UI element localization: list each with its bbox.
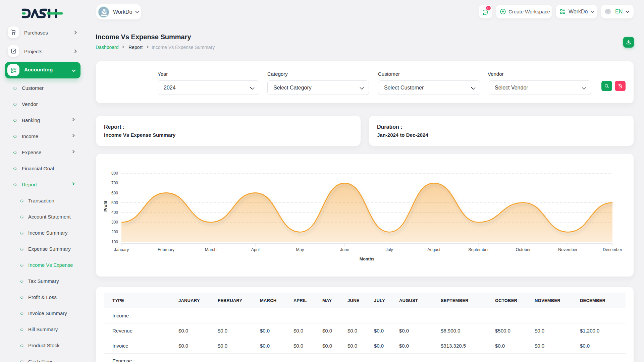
svg-text:May: May [296,247,304,252]
svg-text:Months: Months [360,257,374,261]
svg-text:August: August [427,247,440,252]
svg-text:July: July [385,247,393,252]
svg-text:October: October [516,247,531,252]
svg-text:600: 600 [111,191,118,195]
svg-text:March: March [205,247,217,252]
svg-text:February: February [158,247,175,252]
svg-text:June: June [340,247,349,252]
svg-text:November: November [558,247,578,252]
svg-text:100: 100 [111,240,118,244]
svg-text:400: 400 [111,210,118,215]
svg-text:September: September [468,247,489,252]
svg-text:January: January [114,247,129,252]
svg-text:Profit: Profit [103,200,108,212]
svg-text:200: 200 [111,230,118,234]
svg-text:April: April [251,247,260,252]
svg-text:500: 500 [111,200,118,205]
svg-text:800: 800 [111,171,118,176]
svg-text:700: 700 [111,181,118,185]
svg-text:300: 300 [111,220,118,225]
svg-text:December: December [603,247,622,252]
